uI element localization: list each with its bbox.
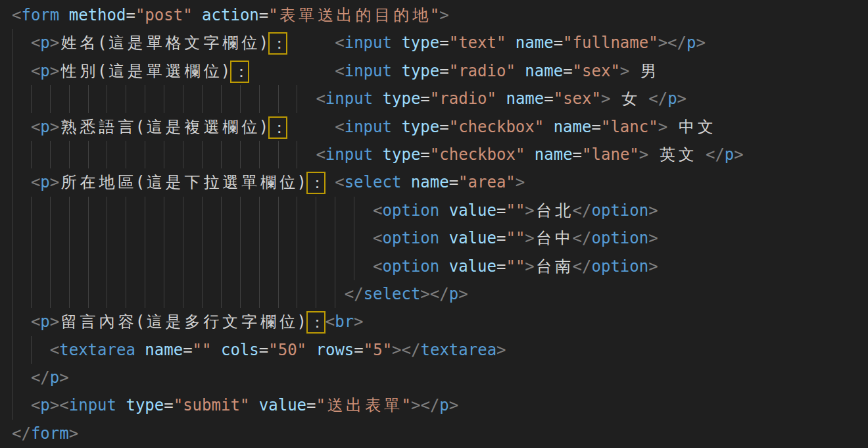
code-token-brk: </ [420,396,439,414]
code-token-txt [439,201,448,220]
code-line-15[interactable]: <p><input type="submit" value="送出表單"></p… [12,391,868,419]
code-token-str: "lane" [582,145,639,164]
code-token-brk: > [458,285,468,303]
code-token-opr: = [183,341,192,359]
code-line-7[interactable]: <p>所在地區(這是下拉選單欄位)： <select name="area"> [12,168,868,196]
cjk-char: 北 [554,197,573,224]
indent-guides [12,29,31,57]
code-line-14[interactable]: </p> [12,364,868,391]
code-token-txt [135,341,145,359]
cjk-char: 多 [183,308,202,336]
code-token-txt: 性別(這是單選欄位) [59,62,230,80]
code-editor[interactable]: <form method="post" action="表單送出的目的地"> <… [0,0,868,448]
cjk-char: 位 [278,168,297,196]
cjk-char: 欄 [221,29,240,57]
code-token-brk: < [31,62,40,80]
code-token-txt [59,6,68,24]
code-token-opr: = [439,118,448,136]
cjk-char: 中 [554,224,573,252]
cjk-char: 格 [164,29,183,57]
code-token-att: type [383,89,421,108]
unicode-highlight-colon: ： [306,311,326,334]
code-token-brk: > [601,89,610,108]
code-token-brk: > [59,368,68,387]
cjk-char: 字 [202,29,221,57]
code-line-5[interactable]: <p>熟悉語言(這是複選欄位)： <input type="checkbox" … [12,113,868,141]
cjk-char: 文 [183,29,202,57]
cjk-char: 語 [97,113,116,141]
code-token-txt [373,145,382,164]
code-token-tag: p [687,34,696,52]
code-token-opr: = [496,201,506,220]
code-token-tag: textarea [59,341,135,359]
code-token-brk: > [496,341,506,359]
cjk-char: 表 [278,1,297,29]
code-token-brk: </ [31,368,50,387]
code-token-brk: > [69,424,78,443]
code-token-att: type [401,118,439,136]
code-token-brk: < [50,341,59,359]
code-line-12[interactable]: <p>留言內容(這是多行文字欄位)：<br> [12,308,868,336]
cjk-char: 表 [364,391,383,419]
cjk-char: 容 [116,308,135,336]
code-token-tag: option [383,257,440,276]
cjk-char: 地 [97,168,116,196]
code-line-1[interactable]: <form method="post" action="表單送出的目的地"> [12,1,868,29]
code-line-3[interactable]: <p>性別(這是單選欄位)： <input type="radio" name=… [12,57,868,85]
code-token-brk: > [648,257,658,276]
code-line-16[interactable]: </form> [12,420,868,447]
code-token-txt [439,257,448,276]
indent-guides [12,168,31,196]
cjk-char: 是 [164,308,183,336]
code-token-brk: < [31,396,40,414]
cjk-char: 單 [145,29,164,57]
cjk-char: 這 [145,308,164,336]
cjk-char: 名 [78,29,97,57]
cjk-char: 中 [677,113,696,141]
cjk-char: 在 [78,168,97,196]
code-token-str: "checkbox" [430,145,525,164]
code-token-txt: 台中 [535,229,573,247]
code-token-brk: > [420,285,429,303]
code-token-brk: < [326,312,335,331]
code-token-opr: = [164,396,173,414]
cjk-char: 這 [145,168,164,196]
cjk-char: 南 [554,253,573,280]
code-line-9[interactable]: <option value="">台中</option> [12,224,868,252]
unicode-highlight-colon: ： [268,32,287,55]
code-token-opr: = [259,6,268,24]
code-token-tag: option [383,201,440,220]
cjk-char: ： [270,34,289,53]
code-token-txt [516,62,525,80]
code-token-tag: input [326,145,373,164]
code-token-tag: p [40,34,49,52]
code-token-opr: = [420,89,429,108]
code-token-att: name [411,173,449,191]
code-line-4[interactable]: <input type="radio" name="sex"> 女 </p> [12,85,868,112]
code-line-6[interactable]: <input type="checkbox" name="lane"> 英文 <… [12,141,868,168]
code-token-opr: = [259,341,268,359]
code-token-att: type [126,396,164,414]
cjk-char: 男 [639,57,658,85]
code-token-txt [506,34,515,52]
cjk-char: 地 [411,1,430,29]
code-line-2[interactable]: <p>姓名(這是單格文字欄位)： <input type="text" name… [12,29,868,57]
code-token-att: name [554,118,592,136]
code-line-11[interactable]: </select></p> [12,280,868,308]
code-token-brk: > [677,89,687,108]
code-token-brk: > [411,396,420,414]
code-line-8[interactable]: <option value="">台北</option> [12,197,868,224]
cjk-char: 單 [297,1,316,29]
cjk-char: 單 [240,168,259,196]
code-token-brk: > [658,34,667,52]
cjk-char: 選 [202,113,221,141]
code-token-txt [193,6,202,24]
code-line-10[interactable]: <option value="">台南</option> [12,253,868,280]
code-token-txt: 男 [629,62,658,80]
cjk-char: 單 [145,57,164,85]
cjk-char: 英 [658,141,677,168]
code-line-13[interactable]: <textarea name="" cols="50" rows="5"></t… [12,336,868,364]
code-token-brk: > [648,201,658,220]
code-token-txt: 女 [610,89,648,108]
code-token-str: "submit" [174,396,250,414]
